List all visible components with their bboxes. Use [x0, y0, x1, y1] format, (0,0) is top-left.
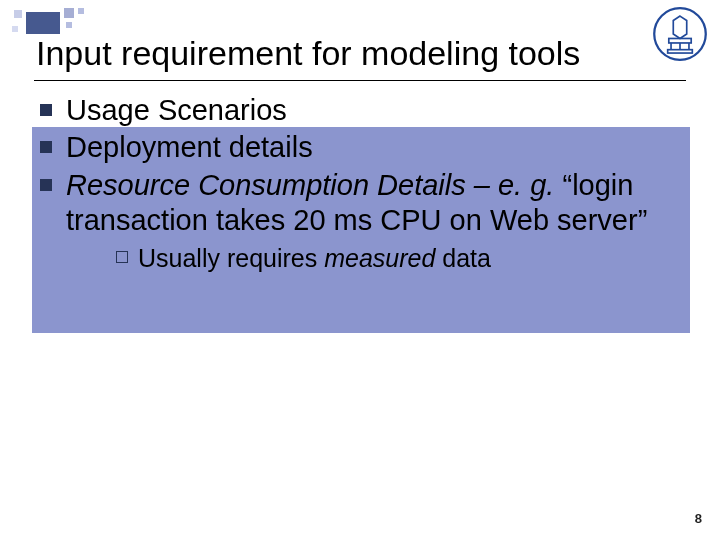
- list-item: Usage Scenarios: [34, 93, 686, 128]
- sub-bullet-list: Usually requires measured data: [66, 243, 686, 274]
- list-item: Resource Consumption Details – e. g. “lo…: [34, 168, 686, 273]
- title-rule: [34, 80, 686, 81]
- sub-bullet-text: Usually requires measured data: [138, 243, 491, 274]
- svg-rect-2: [669, 38, 691, 42]
- bullet-text: Usage Scenarios: [66, 93, 686, 128]
- sub-post: data: [435, 244, 491, 272]
- list-item: Usually requires measured data: [116, 243, 686, 274]
- bullet-list: Usage Scenarios Deployment details Resou…: [34, 93, 686, 273]
- slide: Input requirement for modeling tools Usa…: [0, 0, 720, 540]
- body: Usage Scenarios Deployment details Resou…: [34, 93, 686, 273]
- sub-pre: Usually requires: [138, 244, 324, 272]
- bullet-prefix-italic: Resource Consumption Details – e. g.: [66, 169, 554, 201]
- title-block: Input requirement for modeling tools: [34, 34, 686, 81]
- slide-title: Input requirement for modeling tools: [34, 34, 686, 78]
- square-bullet-icon: [40, 141, 52, 153]
- open-square-bullet-icon: [116, 251, 128, 263]
- square-bullet-icon: [40, 179, 52, 191]
- list-item: Deployment details: [34, 130, 686, 165]
- bullet-text: Deployment details: [66, 130, 686, 165]
- corner-motif: [8, 8, 128, 34]
- bullet-text: Resource Consumption Details – e. g. “lo…: [66, 168, 686, 273]
- sub-em: measured: [324, 244, 435, 272]
- page-number: 8: [695, 511, 702, 526]
- institution-crest-icon: [652, 6, 708, 62]
- svg-rect-6: [668, 50, 693, 53]
- square-bullet-icon: [40, 104, 52, 116]
